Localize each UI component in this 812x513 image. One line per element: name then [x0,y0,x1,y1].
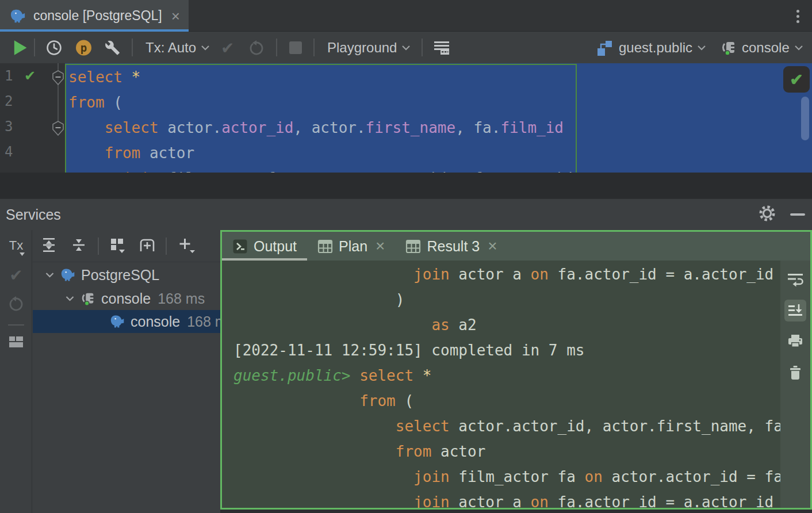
tree-label: console [131,313,180,330]
fold-marker-icon[interactable] [52,121,64,136]
output-console[interactable]: join actor a on fa.actor_id = a.actor_id… [222,261,780,508]
stop-button[interactable] [289,41,302,54]
postgresql-elephant-icon [60,267,76,283]
clear-trash-button[interactable] [784,362,806,384]
tab-output[interactable]: Output [222,232,307,261]
in-editor-results-button[interactable] [433,40,450,56]
profile-badge-button[interactable]: p [76,40,91,55]
toolbar-separator [422,39,423,56]
tab-label: Plan [339,238,367,255]
tree-row-console-result[interactable]: console 168 ms [33,310,221,333]
settings-wrench-button[interactable] [105,40,120,55]
toolbar-separator [98,238,99,255]
group-by-button[interactable] [109,236,127,256]
tx-mode-label: Tx: Auto [145,40,196,56]
code-line: select actor.actor_id, actor.first_name,… [68,115,812,140]
title-bar: console [PostgreSQL] × [0,0,812,32]
chevron-down-icon [697,43,706,53]
tab-close-icon[interactable]: × [488,238,497,254]
add-service-button[interactable] [177,236,196,256]
editor-scrollbar-thumb[interactable] [801,97,809,140]
console-line: select actor.actor_id, actor.first_name,… [233,414,780,439]
datagrip-window: console [PostgreSQL] × p Tx: Auto ✔ [0,0,812,513]
toolbar-separator [132,39,133,56]
rollback-strip-button[interactable] [0,296,32,312]
expand-all-button[interactable] [41,237,57,255]
services-title: Services [6,206,61,223]
tab-title: console [PostgreSQL] [33,8,162,24]
playground-label: Playground [327,40,397,56]
console-session-icon [80,290,96,307]
print-button[interactable] [784,331,806,353]
execute-button[interactable] [13,40,28,56]
output-right-toolbar [780,261,810,508]
tree-row-console-session[interactable]: console 168 ms [33,287,221,310]
add-to-frame-button[interactable] [139,236,156,256]
commit-strip-button[interactable]: ✔ [0,266,32,285]
layout-strip-button[interactable] [0,335,32,350]
tree-duration: 168 ms [158,290,205,307]
commit-check-icon: ✔ [221,38,234,57]
inspection-check-icon: ✔ [790,70,803,89]
stop-icon [289,41,302,54]
gear-icon[interactable] [758,204,776,225]
console-line: ) [233,287,780,312]
inspection-status-widget[interactable]: ✔ [783,66,810,93]
tab-close-icon[interactable]: × [171,9,180,24]
kebab-menu-icon[interactable] [791,6,804,26]
strip-separator [8,324,24,326]
scroll-to-end-button[interactable] [784,300,806,321]
fold-marker-icon[interactable] [52,70,64,85]
playground-selector[interactable]: Playground [327,40,411,56]
schema-selector[interactable]: guest.public [596,39,706,56]
statement-success-check-icon: ✔ [24,63,36,89]
schema-label: guest.public [619,40,692,56]
editor-tab-console-postgresql[interactable]: console [PostgreSQL] × [0,0,189,32]
toolbar-separator [276,39,277,56]
minimize-icon[interactable] [790,213,805,216]
tree-row-postgresql[interactable]: PostgreSQL [33,263,221,287]
output-console-icon [232,239,248,254]
commit-button[interactable]: ✔ [221,38,234,57]
session-label: console [742,40,790,56]
services-panel-body: Tx ✔ [0,230,812,513]
collapse-all-button[interactable] [71,237,87,255]
code-line: join film_actor fa on actor.actor_id = f… [68,166,812,173]
session-selector[interactable]: console [720,39,803,56]
table-icon [317,239,333,254]
services-tree: PostgreSQL console 168 ms console 168 ms [33,263,221,333]
table-icon [405,239,421,254]
tx-strip-arrow-icon [20,245,25,260]
tab-plan[interactable]: Plan × [307,232,395,261]
rollback-button[interactable] [248,40,265,56]
chevron-down-icon[interactable] [45,270,55,280]
tree-label: PostgreSQL [81,267,159,284]
tab-close-icon[interactable]: × [376,238,385,254]
output-tab-bar: Output Plan × Result 3 × [222,232,810,261]
tab-result-3[interactable]: Result 3 × [395,232,507,261]
gutter-row: 4 [0,139,65,164]
console-line: from ( [233,388,780,414]
code-line: from ( [68,90,812,115]
soft-wrap-button[interactable] [784,269,806,290]
services-panel-header: Services [0,198,812,230]
schema-icon [596,39,613,56]
postgresql-elephant-icon [9,7,26,25]
sql-editor[interactable]: 1✔234 select *from ( select actor.actor_… [0,63,812,173]
output-panel: Output Plan × Result 3 × [220,230,812,510]
line-number: 3 [5,114,13,139]
tab-label: Output [254,238,297,255]
line-number: 1 [5,63,13,89]
line-number: 4 [5,139,13,164]
line-number: 2 [5,89,13,114]
console-line: guest.public> select * [233,363,780,388]
toolbar-separator [166,238,167,255]
editor-code-area[interactable]: select *from ( select actor.actor_id, ac… [65,63,812,173]
postgresql-elephant-icon [109,313,125,330]
toolbar-separator [313,39,315,56]
tab-label: Result 3 [427,238,480,255]
chevron-down-icon[interactable] [65,293,75,304]
tx-strip-button[interactable]: Tx [0,238,32,253]
history-button[interactable] [46,40,62,56]
tx-mode-selector[interactable]: Tx: Auto [145,40,210,56]
